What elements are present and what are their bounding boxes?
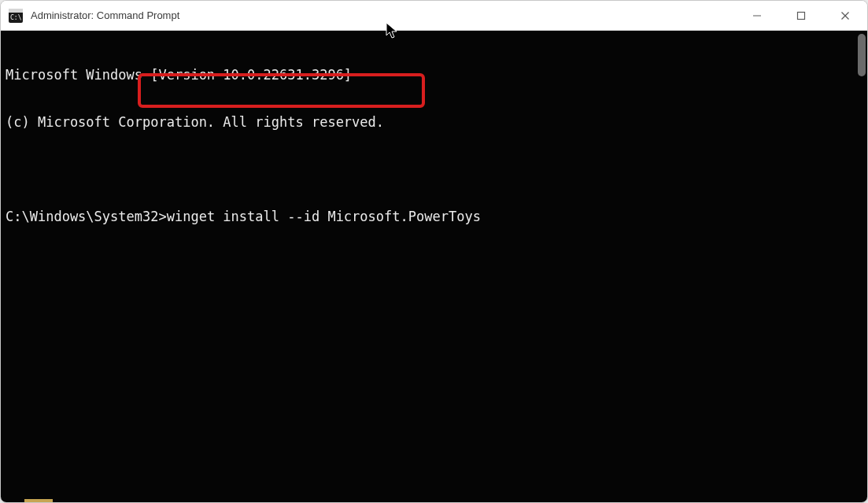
scrollbar-track[interactable] [858, 34, 866, 499]
svg-text:C:\: C:\ [10, 14, 22, 21]
close-button[interactable] [823, 1, 867, 30]
terminal-output: Microsoft Windows [Version 10.0.22631.32… [6, 35, 862, 256]
bottom-accent [24, 499, 53, 502]
svg-rect-1 [9, 9, 23, 13]
prompt-line: C:\Windows\System32>winget install --id … [6, 209, 862, 224]
window-controls [735, 1, 867, 30]
terminal-area[interactable]: Microsoft Windows [Version 10.0.22631.32… [1, 31, 867, 502]
command-text[interactable]: winget install --id Microsoft.PowerToys [167, 209, 481, 224]
svg-rect-4 [798, 12, 805, 19]
window-title: Administrator: Command Prompt [31, 9, 179, 21]
copyright-line: (c) Microsoft Corporation. All rights re… [6, 114, 862, 130]
minimize-button[interactable] [735, 1, 779, 30]
scrollbar-thumb[interactable] [858, 34, 866, 76]
window-frame: C:\ Administrator: Command Prompt Micros… [0, 0, 868, 503]
cmd-icon: C:\ [9, 9, 23, 23]
maximize-button[interactable] [779, 1, 823, 30]
version-line: Microsoft Windows [Version 10.0.22631.32… [6, 67, 862, 83]
prompt-text: C:\Windows\System32> [6, 209, 167, 224]
titlebar[interactable]: C:\ Administrator: Command Prompt [1, 1, 867, 31]
blank-line [6, 161, 862, 177]
